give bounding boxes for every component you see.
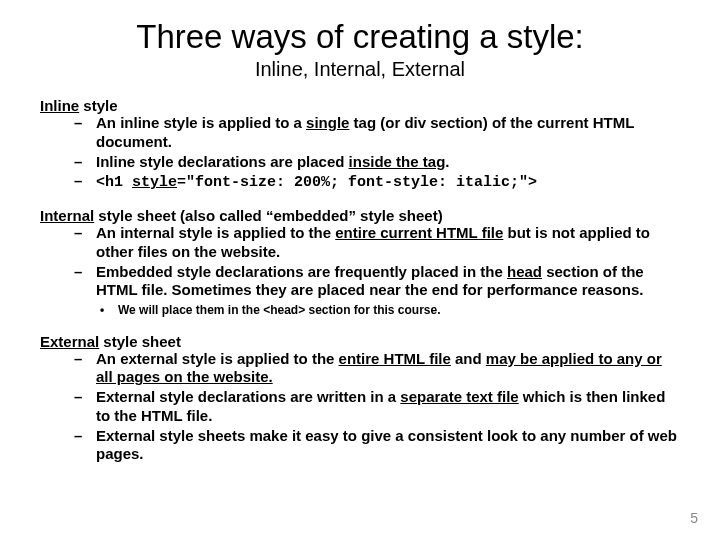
slide-subtitle: Inline, Internal, External — [40, 58, 680, 81]
text-underline: entire current HTML file — [335, 224, 503, 241]
list-item-code: <h1 style="font-size: 200%; font-style: … — [96, 172, 680, 193]
code-underline: style — [132, 174, 177, 191]
head-underline: Internal — [40, 207, 94, 224]
text-underline: separate text file — [400, 388, 518, 405]
text: . — [445, 153, 449, 170]
list-item: External style sheets make it easy to gi… — [96, 427, 680, 465]
slide-title: Three ways of creating a style: — [40, 18, 680, 56]
text-underline: single — [306, 114, 349, 131]
text: External style declarations are written … — [96, 388, 400, 405]
head-rest: style sheet (also called “embedded” styl… — [94, 207, 442, 224]
list-item: An external style is applied to the enti… — [96, 350, 680, 388]
text: An inline style is applied to a — [96, 114, 306, 131]
section-head-inline: Inline style — [40, 97, 680, 114]
text: An internal style is applied to the — [96, 224, 335, 241]
page-number: 5 — [690, 510, 698, 526]
list-item: Inline style declarations are placed ins… — [96, 153, 680, 172]
section-external: External style sheet An external style i… — [40, 333, 680, 465]
head-rest: style sheet — [99, 333, 181, 350]
text-underline: entire HTML file — [339, 350, 451, 367]
text: An external style is applied to the — [96, 350, 339, 367]
head-underline: Inline — [40, 97, 79, 114]
head-underline: External — [40, 333, 99, 350]
code: <h1 — [96, 174, 132, 191]
text: Embedded style declarations are frequent… — [96, 263, 507, 280]
text-underline: head — [507, 263, 542, 280]
sub-list-item: We will place them in the <head> section… — [118, 303, 680, 319]
list-item: External style declarations are written … — [96, 388, 680, 426]
text: Inline style declarations are placed — [96, 153, 349, 170]
list-item: An inline style is applied to a single t… — [96, 114, 680, 152]
head-rest: style — [79, 97, 117, 114]
list-item: Embedded style declarations are frequent… — [96, 263, 680, 301]
section-inline: Inline style An inline style is applied … — [40, 97, 680, 193]
section-head-internal: Internal style sheet (also called “embed… — [40, 207, 680, 224]
section-internal: Internal style sheet (also called “embed… — [40, 207, 680, 319]
list-item: An internal style is applied to the enti… — [96, 224, 680, 262]
text: and — [451, 350, 486, 367]
code: ="font-size: 200%; font-style: italic;"> — [177, 174, 537, 191]
text-underline: inside the tag — [349, 153, 446, 170]
section-head-external: External style sheet — [40, 333, 680, 350]
